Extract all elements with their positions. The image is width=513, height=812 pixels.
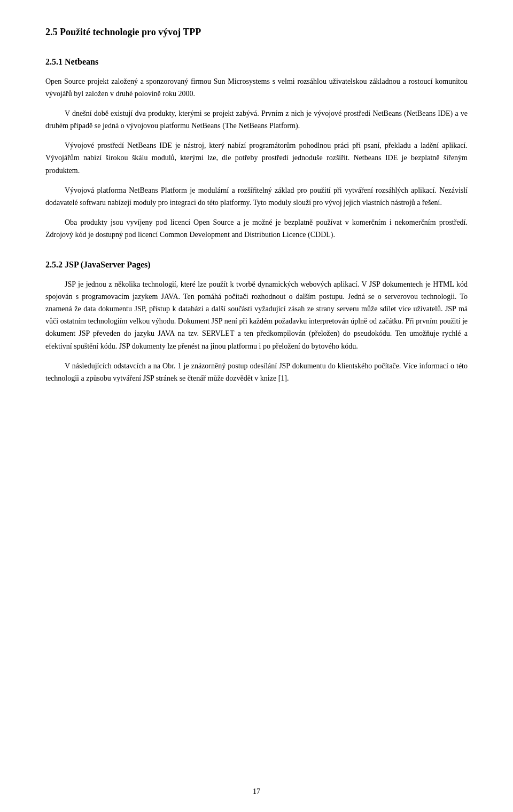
subsection1-para5: Oba produkty jsou vyvíjeny pod licencí O… [45, 216, 468, 241]
section-title: 2.5 Použité technologie pro vývoj TPP [45, 27, 468, 38]
page: 2.5 Použité technologie pro vývoj TPP 2.… [0, 0, 513, 812]
subsection1-title: 2.5.1 Netbeans [45, 57, 468, 67]
subsection1-para3: Vývojové prostředí NetBeans IDE je nástr… [45, 139, 468, 176]
subsection1-para2: V dnešní době existují dva produkty, kte… [45, 107, 468, 132]
subsection1-para4: Vývojová platforma NetBeans Platform je … [45, 184, 468, 209]
subsection2-para2: V následujících odstavcích a na Obr. 1 j… [45, 360, 468, 384]
subsection2-title: 2.5.2 JSP (JavaServer Pages) [45, 260, 468, 270]
subsection2-para1: JSP je jednou z několika technologií, kt… [45, 278, 468, 352]
page-number: 17 [0, 787, 513, 796]
subsection1-para1: Open Source projekt založený a sponzorov… [45, 75, 468, 100]
